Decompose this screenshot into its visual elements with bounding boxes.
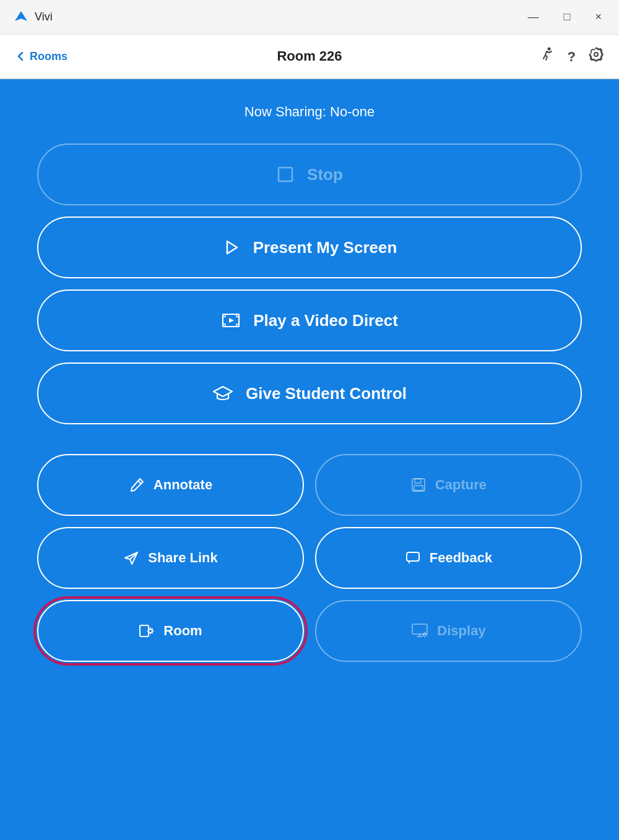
paper-plane-icon [123,550,139,566]
app-logo-area: Vivi [12,9,523,26]
back-label: Rooms [30,50,67,63]
give-student-control-label: Give Student Control [246,384,407,403]
annotate-label: Annotate [154,477,212,493]
svg-rect-4 [236,314,239,317]
annotate-capture-row: Annotate Capture [37,454,582,516]
room-display-row: Room Display [37,600,582,662]
help-button[interactable]: ? [568,48,576,65]
back-to-rooms-button[interactable]: Rooms [15,50,211,63]
room-button[interactable]: Room [37,600,304,662]
svg-rect-6 [236,324,239,327]
settings-button[interactable] [588,46,604,66]
room-gear-icon [139,623,155,639]
display-icon [411,623,428,639]
stop-button-row: Stop [37,144,582,205]
svg-rect-3 [223,314,225,317]
vivi-logo-icon [12,9,30,26]
student-icon [212,384,233,403]
svg-point-0 [547,48,550,51]
display-button[interactable]: Display [315,600,582,662]
svg-rect-5 [223,324,225,327]
share-link-button[interactable]: Share Link [37,527,304,589]
close-button[interactable]: × [590,8,607,26]
back-chevron-icon [15,51,26,62]
floppy-disk-icon [410,477,426,493]
app-title: Vivi [35,11,53,24]
stop-button[interactable]: Stop [37,144,582,205]
app-header: Rooms Room 226 ? [0,35,619,79]
share-link-icon [123,550,139,566]
feedback-button[interactable]: Feedback [315,527,582,589]
title-bar: Vivi — □ × [0,0,619,35]
svg-rect-8 [415,479,421,483]
present-my-screen-label: Present My Screen [253,238,397,257]
display-label: Display [437,623,485,639]
main-content: Now Sharing: No-one Stop Present My Scre… [0,79,619,840]
monitor-gear-icon [411,623,428,639]
pencil-icon [129,477,145,493]
window-controls: — □ × [523,8,607,26]
feedback-icon [405,550,421,566]
gear-icon [588,46,604,62]
graduation-cap-icon [212,384,233,403]
room-title: Room 226 [211,48,407,64]
play-triangle-icon [222,238,241,257]
film-frame-icon [221,311,241,330]
share-feedback-row: Share Link Feedback [37,527,582,589]
play-video-direct-label: Play a Video Direct [253,311,398,330]
person-running-icon [539,46,555,62]
stop-label: Stop [307,165,343,184]
stop-square-icon [276,165,295,184]
capture-label: Capture [435,477,487,493]
question-mark-icon: ? [568,49,576,64]
maximize-button[interactable]: □ [559,8,576,26]
svg-rect-10 [407,552,419,561]
video-icon [221,311,241,330]
feedback-label: Feedback [430,550,493,566]
present-my-screen-button[interactable]: Present My Screen [37,216,582,278]
room-icon [139,623,155,639]
play-icon [222,238,241,257]
room-label: Room [163,623,202,639]
svg-rect-9 [414,486,423,491]
header-icons-area: ? [408,46,604,66]
present-screen-button-row: Present My Screen [37,216,582,278]
chat-bubble-icon [405,550,421,566]
capture-icon [410,477,426,493]
give-student-control-button-row: Give Student Control [37,362,582,424]
stop-icon [276,165,295,184]
annotate-button[interactable]: Annotate [37,454,304,516]
activity-icon-button[interactable] [539,46,555,66]
now-sharing-status: Now Sharing: No-one [245,104,374,120]
give-student-control-button[interactable]: Give Student Control [37,362,582,424]
share-link-label: Share Link [148,550,217,566]
play-video-button-row: Play a Video Direct [37,289,582,351]
svg-rect-1 [279,168,292,181]
play-video-direct-button[interactable]: Play a Video Direct [37,289,582,351]
capture-button[interactable]: Capture [315,454,582,516]
annotate-pencil-icon [129,477,145,493]
minimize-button[interactable]: — [523,8,544,26]
